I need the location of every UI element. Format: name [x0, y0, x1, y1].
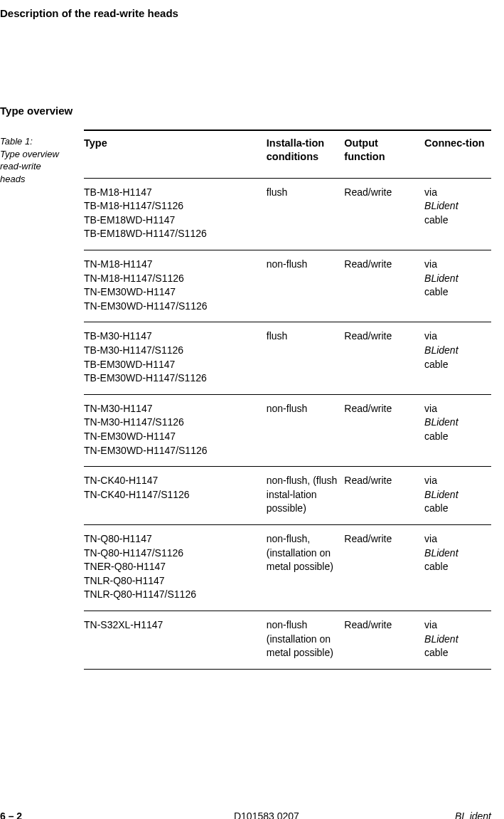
type-code: TN-CK40-H1147/S1126 — [84, 488, 262, 502]
table-row: TB-M18-H1147TB-M18-H1147/S1126TB-EM18WD-… — [84, 178, 491, 250]
caption-line: Type overview — [0, 149, 59, 159]
table-row: TB-M30-H1147TB-M30-H1147/S1126TB-EM30WD-… — [84, 322, 491, 394]
conn-pre: via — [424, 186, 437, 198]
cell-output: Read/write — [344, 524, 424, 611]
conn-product: BLident — [424, 344, 458, 356]
footer-doc-id: D101583 0207 — [234, 810, 299, 819]
conn-pre: via — [424, 258, 437, 270]
conn-product: BLident — [424, 200, 458, 211]
footer-brand: BL ident — [455, 810, 491, 819]
table-row: TN-M18-H1147TN-M18-H1147/S1126TN-EM30WD-… — [84, 250, 491, 322]
cell-connection: viaBLidentcable — [424, 178, 491, 250]
table-row: TN-CK40-H1147TN-CK40-H1147/S1126non-flus… — [84, 467, 491, 525]
table-caption: Table 1: Type overview read-write heads — [0, 130, 84, 185]
cell-type: TB-M30-H1147TB-M30-H1147/S1126TB-EM30WD-… — [84, 322, 267, 394]
footer-page-number: 6 – 2 — [0, 810, 22, 819]
col-header-connection: Connec-tion — [424, 130, 491, 178]
cell-type: TB-M18-H1147TB-M18-H1147/S1126TB-EM18WD-… — [84, 178, 267, 250]
conn-product: BLident — [424, 273, 458, 284]
conn-post: cable — [424, 214, 448, 226]
conn-pre: via — [424, 330, 437, 342]
type-code: TB-M30-H1147/S1126 — [84, 344, 262, 358]
cell-type: TN-S32XL-H1147 — [84, 611, 267, 669]
cell-type: TN-Q80-H1147TN-Q80-H1147/S1126TNER-Q80-H… — [84, 524, 267, 611]
type-code: TB-M18-H1147/S1126 — [84, 199, 262, 213]
cell-output: Read/write — [344, 178, 424, 250]
cell-type: TN-M18-H1147TN-M18-H1147/S1126TN-EM30WD-… — [84, 250, 267, 322]
table-row: TN-Q80-H1147TN-Q80-H1147/S1126TNER-Q80-H… — [84, 524, 491, 611]
type-code: TN-S32XL-H1147 — [84, 618, 262, 633]
type-code: TNLR-Q80-H1147/S1126 — [84, 588, 262, 602]
table-row: TN-S32XL-H1147non-flush (installation on… — [84, 611, 491, 669]
type-code: TB-EM18WD-H1147/S1126 — [84, 227, 262, 241]
conn-post: cable — [424, 561, 448, 572]
type-code: TN-EM30WD-H1147/S1126 — [84, 444, 262, 458]
conn-post: cable — [424, 359, 448, 370]
cell-connection: viaBLidentcable — [424, 250, 491, 322]
cell-output: Read/write — [344, 467, 424, 525]
conn-product: BLident — [424, 489, 458, 500]
type-code: TB-M18-H1147 — [84, 186, 262, 200]
cell-installation: non-flush (installation on metal possibl… — [267, 611, 345, 669]
type-code: TN-EM30WD-H1147/S1126 — [84, 300, 262, 314]
type-code: TN-Q80-H1147/S1126 — [84, 546, 262, 561]
cell-connection: viaBLidentcable — [424, 322, 491, 394]
type-code: TN-EM30WD-H1147 — [84, 430, 262, 444]
type-code: TB-EM30WD-H1147/S1126 — [84, 371, 262, 386]
conn-pre: via — [424, 475, 437, 486]
conn-pre: via — [424, 619, 437, 630]
conn-product: BLident — [424, 633, 458, 645]
type-code: TN-M30-H1147/S1126 — [84, 416, 262, 430]
cell-installation: non-flush — [267, 250, 345, 322]
type-code: TNER-Q80-H1147 — [84, 560, 262, 574]
conn-post: cable — [424, 430, 448, 442]
cell-type: TN-M30-H1147TN-M30-H1147/S1126TN-EM30WD-… — [84, 394, 267, 466]
table-row: TN-M30-H1147TN-M30-H1147/S1126TN-EM30WD-… — [84, 394, 491, 466]
col-header-installation: Installa-tion conditions — [267, 130, 345, 178]
cell-installation: non-flush, (flush instal-lation possible… — [267, 467, 345, 525]
conn-product: BLident — [424, 547, 458, 559]
type-code: TB-EM30WD-H1147 — [84, 358, 262, 372]
cell-output: Read/write — [344, 394, 424, 466]
caption-line: read-write — [0, 161, 41, 171]
conn-post: cable — [424, 647, 448, 658]
page-title: Description of the read-write heads — [0, 7, 491, 19]
type-code: TN-EM30WD-H1147 — [84, 285, 262, 300]
conn-post: cable — [424, 502, 448, 514]
table-body: TB-M18-H1147TB-M18-H1147/S1126TB-EM18WD-… — [84, 178, 491, 669]
cell-installation: flush — [267, 178, 345, 250]
type-code: TNLR-Q80-H1147 — [84, 574, 262, 588]
cell-installation: non-flush, (installation on metal possib… — [267, 524, 345, 611]
content-wrap: Table 1: Type overview read-write heads … — [0, 130, 491, 670]
cell-output: Read/write — [344, 250, 424, 322]
cell-installation: non-flush — [267, 394, 345, 466]
cell-output: Read/write — [344, 322, 424, 394]
type-code: TN-CK40-H1147 — [84, 474, 262, 488]
cell-connection: viaBLidentcable — [424, 611, 491, 669]
cell-output: Read/write — [344, 611, 424, 669]
cell-connection: viaBLidentcable — [424, 394, 491, 466]
type-overview-table: Type Installa-tion conditions Output fun… — [84, 130, 491, 670]
type-code: TB-M30-H1147 — [84, 329, 262, 344]
conn-post: cable — [424, 286, 448, 297]
conn-pre: via — [424, 533, 437, 544]
type-code: TN-M18-H1147 — [84, 258, 262, 272]
type-code: TN-M30-H1147 — [84, 402, 262, 416]
cell-installation: flush — [267, 322, 345, 394]
cell-connection: viaBLidentcable — [424, 467, 491, 525]
section-heading: Type overview — [0, 105, 491, 117]
cell-connection: viaBLidentcable — [424, 524, 491, 611]
type-code: TN-Q80-H1147 — [84, 532, 262, 546]
type-code: TB-EM18WD-H1147 — [84, 213, 262, 228]
caption-line: Table 1: — [0, 136, 33, 147]
col-header-output: Output function — [344, 130, 424, 178]
cell-type: TN-CK40-H1147TN-CK40-H1147/S1126 — [84, 467, 267, 525]
conn-product: BLident — [424, 416, 458, 428]
caption-line: heads — [0, 174, 25, 184]
table-header-row: Type Installa-tion conditions Output fun… — [84, 130, 491, 178]
col-header-type: Type — [84, 130, 267, 178]
conn-pre: via — [424, 403, 437, 414]
type-code: TN-M18-H1147/S1126 — [84, 272, 262, 286]
